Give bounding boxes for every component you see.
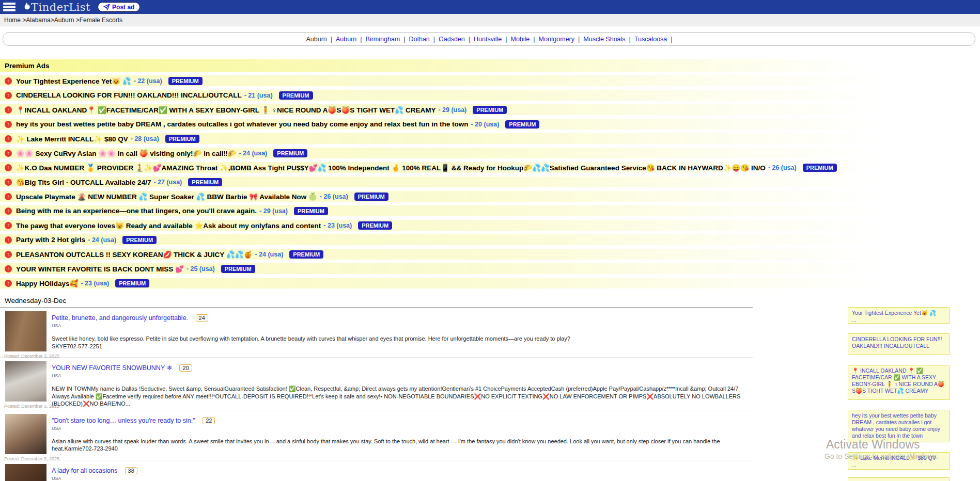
premium-ad-title[interactable]: 😘Big Tits Girl - OUTCALL Available 24/7 — [16, 178, 151, 186]
listing-thumbnail[interactable] — [5, 361, 46, 402]
listing-title[interactable]: "Don't stare too long… unless you're rea… — [52, 417, 195, 424]
arrow-up-circle-icon: ↑ — [5, 164, 12, 171]
arrow-up-circle-icon: ↑ — [5, 121, 12, 128]
sidebar-ad-title[interactable]: 📍 INCALL OAKLAND 📍 ✅ FACETIME/CAR ✅ WITH… — [852, 367, 944, 394]
listing-description: Asian allure with curves that speak loud… — [52, 438, 749, 453]
sidebar-premium-column: Your Tightest Experience Yet😺 💦 ... CIND… — [848, 307, 950, 481]
arrow-up-circle-icon: ↑ — [5, 222, 12, 229]
city-link-dothan[interactable]: Dothan — [409, 36, 430, 43]
premium-ad-title[interactable]: The pawg that everyone loves😺 Ready and … — [16, 221, 321, 230]
premium-ad-row: ↑ ✨ Lake Merritt INCALL✨ $80 QV - 28 (us… — [0, 133, 980, 144]
premium-ad-title[interactable]: ✨ Lake Merritt INCALL✨ $80 QV — [16, 135, 128, 143]
premium-badge: PREMIUM — [289, 250, 323, 259]
premium-badge: PREMIUM — [358, 221, 392, 230]
premium-badge: PREMIUM — [279, 91, 313, 100]
breadcrumb[interactable]: Home >Alabama>Auburn >Female Escorts — [4, 17, 122, 24]
age-badge: 20 — [179, 364, 192, 372]
premium-ad-row: ↑ Happy HOlidays🥰 - 23 (usa) PREMIUM — [0, 278, 980, 288]
arrow-up-circle-icon: ↑ — [5, 265, 12, 272]
premium-ad-title[interactable]: PLEASANTON OUTCALLS !! SEXY KOREAN💋 THIC… — [16, 250, 252, 259]
post-ad-label: Post ad — [112, 4, 134, 11]
premium-ad-title[interactable]: CINDERELLA LOOKING FOR FUN!!! OAKLAND!!!… — [16, 91, 242, 99]
listing-title[interactable]: YOUR NEW FAVORITE SNOWBUNNY ❄ — [52, 364, 172, 372]
listing-row: A lady for all occasions 38 USA — [0, 460, 753, 481]
site-logo[interactable]: TinderList — [22, 1, 90, 13]
sidebar-ad-box[interactable] — [848, 477, 950, 481]
premium-badge: PREMIUM — [354, 193, 388, 201]
sidebar-ad-more: ... — [852, 395, 945, 400]
premium-ad-title[interactable]: 📍INCALL OAKLAND📍 ✅FACETIME/CAR✅ WITH A S… — [16, 106, 435, 114]
premium-ad-age: - 24 (usa) — [88, 236, 116, 244]
city-link-muscle-shoals[interactable]: Muscle Shoals — [583, 36, 625, 43]
city-link-auburn[interactable]: Auburn — [336, 36, 356, 43]
premium-ad-age: - 23 (usa) — [323, 222, 352, 229]
premium-ads-section: Premium Ads ↑ Your Tightest Experience Y… — [0, 59, 980, 288]
separator: | — [671, 36, 672, 43]
separator: | — [629, 36, 631, 43]
premium-ad-title[interactable]: ✨K.O Daa NUMBER 🥇 PROVIDER 🧎✨💕AMAZING Th… — [16, 164, 766, 172]
arrow-up-circle-icon: ↑ — [5, 135, 12, 142]
city-link-gadsden[interactable]: Gadsden — [439, 36, 465, 43]
city-nav-box: Auburn | Auburn | Birmingham | Dothan | … — [3, 32, 975, 46]
listing-title[interactable]: Petite, brunette, and dangerously unforg… — [52, 314, 188, 322]
premium-ad-age: - 26 (usa) — [768, 164, 797, 171]
brand-name: TinderList — [31, 1, 90, 13]
premium-ad-row: ↑ The pawg that everyone loves😺 Ready an… — [0, 220, 980, 231]
listing-thumbnail[interactable] — [5, 414, 46, 454]
city-link-mobile[interactable]: Mobile — [510, 36, 530, 43]
premium-ad-title[interactable]: YOUR WINTER FAVORITE IS BACK DONT MISS 💕 — [16, 265, 184, 273]
separator: | — [331, 36, 332, 43]
city-link-huntsville[interactable]: Huntsville — [474, 36, 502, 43]
city-link-birmingham[interactable]: Birmingham — [366, 36, 400, 43]
listing-row: Posted: December 3, 2025 "Don't stare to… — [0, 410, 753, 460]
city-link-montgomery[interactable]: Montgomery — [539, 36, 574, 43]
premium-ad-row: ↑ YOUR WINTER FAVORITE IS BACK DONT MISS… — [0, 263, 980, 274]
premium-badge: PREMIUM — [188, 178, 222, 186]
listing-country: USA — [52, 476, 753, 481]
sidebar-ad-box[interactable]: 📍 INCALL OAKLAND 📍 ✅ FACETIME/CAR ✅ WITH… — [848, 365, 950, 400]
premium-ad-row: ↑ 📍INCALL OAKLAND📍 ✅FACETIME/CAR✅ WITH A… — [0, 104, 980, 115]
sidebar-ad-box[interactable]: Your Tightest Experience Yet😺 💦 ... — [848, 307, 950, 324]
separator: | — [533, 36, 535, 43]
premium-ad-title[interactable]: 🌸🌸 Sexy CuRvy Asian 🌸🌸 in call 🍑 visitin… — [16, 149, 236, 157]
premium-ad-title[interactable]: Happy HOlidays🥰 — [16, 279, 78, 287]
premium-ad-title[interactable]: Your Tightest Experience Yet😺 💦 — [16, 77, 131, 85]
sidebar-ad-box[interactable]: ✨ Lake Merritt INCALL✨ $80 QV ... — [848, 452, 950, 470]
premium-ad-title[interactable]: Being with me is an experience—one that … — [16, 207, 257, 215]
arrow-up-circle-icon: ↑ — [5, 77, 12, 85]
premium-ad-row: ↑ hey its your best wettes petite baby D… — [0, 119, 980, 130]
menu-icon[interactable] — [3, 3, 15, 11]
sidebar-ad-title[interactable]: CINDERELLA LOOKING FOR FUN!!! OAKLAND!!!… — [852, 336, 942, 349]
listing-row: Posted: December 3, 2025 YOUR NEW FAVORI… — [0, 358, 753, 410]
age-badge: 24 — [196, 314, 208, 322]
sidebar-ad-title[interactable]: hey its your best wettes petite baby DRE… — [852, 412, 940, 439]
listing-contact: SKYE702-577-2251 — [52, 343, 753, 350]
listing-thumbnail[interactable] — [5, 311, 46, 351]
premium-ad-age: - 29 (usa) — [438, 106, 466, 114]
premium-ad-row: ↑ 🌸🌸 Sexy CuRvy Asian 🌸🌸 in call 🍑 visit… — [0, 148, 980, 158]
sidebar-ad-box[interactable]: hey its your best wettes petite baby DRE… — [848, 410, 950, 442]
sidebar-ad-title[interactable]: ✨ Lake Merritt INCALL✨ $80 QV — [852, 455, 936, 461]
age-badge: 38 — [125, 467, 137, 474]
flame-icon — [22, 2, 30, 12]
sidebar-ad-box[interactable]: CINDERELLA LOOKING FOR FUN!!! OAKLAND!!!… — [848, 333, 950, 355]
premium-ad-age: - 28 (usa) — [131, 135, 159, 142]
premium-badge: PREMIUM — [803, 164, 837, 172]
premium-ad-row: ↑ Upscale Playmate 🌋 NEW NUMBER 💦 Super … — [0, 191, 980, 202]
age-badge: 22 — [203, 417, 215, 424]
premium-badge: PREMIUM — [273, 149, 307, 157]
posted-date: Posted: December 3, 2025 — [4, 404, 59, 409]
premium-ad-row: ↑ Your Tightest Experience Yet😺 💦 - 22 (… — [0, 75, 980, 86]
premium-ad-title[interactable]: Party with 2 Hot girls — [16, 236, 85, 244]
listing-row: Posted: December 3, 2025 Petite, brunett… — [0, 308, 753, 358]
premium-ad-title[interactable]: hey its your best wettes petite baby DRE… — [16, 120, 468, 128]
date-heading: Wednesday-03-Dec — [0, 293, 753, 308]
post-ad-button[interactable]: Post ad — [98, 2, 140, 12]
separator: | — [505, 36, 507, 43]
city-link-tuscaloosa[interactable]: Tuscaloosa — [634, 36, 667, 43]
premium-ad-title[interactable]: Upscale Playmate 🌋 NEW NUMBER 💦 Super So… — [16, 193, 317, 201]
listing-thumbnail[interactable] — [5, 464, 46, 481]
premium-badge: PREMIUM — [168, 77, 203, 85]
listing-title[interactable]: A lady for all occasions — [52, 467, 117, 474]
sidebar-ad-title[interactable]: Your Tightest Experience Yet😺 💦 — [852, 310, 936, 316]
